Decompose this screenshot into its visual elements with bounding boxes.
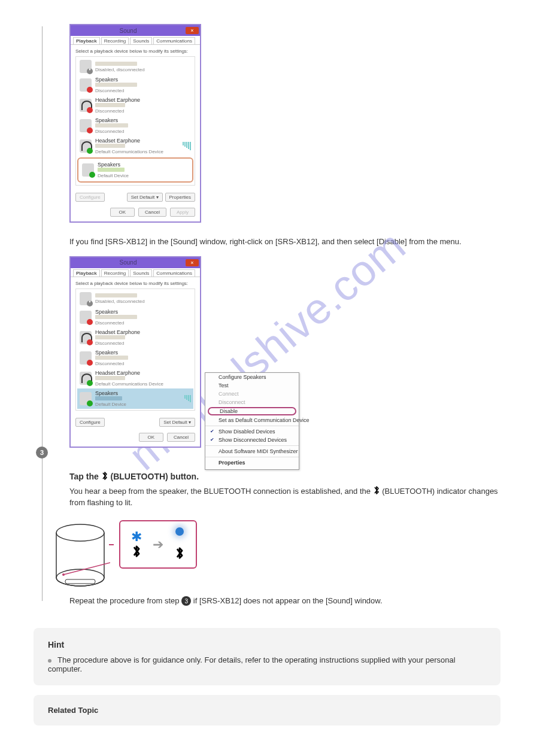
tab-communications[interactable]: Communications — [153, 269, 195, 277]
ctx-set-default-comm[interactable]: Set as Default Communication Device — [205, 416, 299, 424]
dialog-titlebar: Sound × — [71, 25, 200, 36]
step-guide-line — [42, 26, 43, 601]
device-list: Disabled, disconnected SpeakersDisconnec… — [75, 289, 195, 411]
ctx-disconnect: Disconnect — [205, 398, 299, 406]
apply-button[interactable]: Apply — [170, 208, 195, 217]
speaker-icon — [80, 311, 92, 324]
related-topic-box: Related Topic — [34, 695, 500, 725]
configure-button[interactable]: Configure — [75, 193, 105, 202]
sound-dialog-1: Sound × Playback Recording Sounds Commun… — [69, 24, 201, 223]
bluetooth-icon — [373, 487, 383, 496]
tab-playback[interactable]: Playback — [73, 269, 100, 277]
headphone-icon — [80, 372, 92, 385]
speaker-line-drawing — [50, 521, 110, 593]
svg-rect-2 — [65, 579, 95, 584]
device-row[interactable]: Headset EarphoneDisconnected — [77, 95, 193, 116]
step-number-3: 3 — [36, 447, 48, 459]
instruction-text: If you find [SRS-XB12] in the [Sound] wi… — [69, 236, 500, 248]
ctx-show-disabled[interactable]: Show Disabled Devices — [205, 427, 299, 436]
headphone-icon — [80, 99, 92, 112]
bluetooth-icon — [174, 546, 185, 560]
speaker-icon — [80, 78, 92, 92]
headphone-icon — [80, 331, 92, 344]
svg-line-4 — [63, 563, 110, 575]
speaker-icon — [80, 60, 92, 73]
dialog-title: Sound — [71, 259, 186, 266]
led-solid-icon — [175, 527, 184, 536]
arrow-right-icon: ➔ — [153, 537, 163, 552]
ctx-configure-speakers[interactable]: Configure Speakers — [205, 373, 299, 381]
dialog-tabs: Playback Recording Sounds Communications — [71, 36, 200, 45]
dialog-title: Sound — [71, 28, 186, 34]
tab-communications[interactable]: Communications — [153, 37, 195, 44]
dialog-instruction: Select a playback device below to modify… — [75, 281, 195, 286]
set-default-button[interactable]: Set Default ▾ — [127, 193, 163, 202]
device-row[interactable]: SpeakersDisconnected — [77, 348, 193, 368]
device-row[interactable]: Headset EarphoneDisconnected — [77, 327, 193, 348]
device-row[interactable]: Disabled, disconnected — [77, 58, 193, 75]
led-flashing-icon: ✱ — [131, 529, 142, 544]
device-row-selected[interactable]: SpeakersDefault Device — [77, 388, 193, 409]
ok-button[interactable]: OK — [139, 433, 164, 442]
dialog-titlebar: Sound × — [71, 257, 200, 268]
speaker-icon — [80, 292, 92, 305]
device-row[interactable]: Headset EarphoneDefault Communications D… — [77, 136, 193, 156]
speaker-icon — [82, 163, 94, 177]
dialog-instruction: Select a playback device below to modify… — [75, 48, 195, 54]
device-row[interactable]: SpeakersDisconnected — [77, 75, 193, 95]
device-row[interactable]: Disabled, disconnected — [77, 290, 193, 307]
speaker-illustration: ✱ ➔ — [50, 521, 500, 593]
step3-heading: Tap the (BLUETOOTH) button. — [69, 470, 500, 483]
speaker-icon — [80, 392, 92, 405]
properties-button[interactable]: Properties — [165, 193, 195, 202]
cancel-button[interactable]: Cancel — [138, 208, 166, 217]
selected-device-highlight: SpeakersDefault Device — [77, 157, 193, 183]
bluetooth-icon — [131, 545, 142, 558]
ctx-about-midi[interactable]: About Software MIDI Synthesizer — [205, 447, 299, 456]
ref-step-number: 3 — [181, 596, 191, 606]
ctx-properties[interactable]: Properties — [205, 459, 299, 467]
tab-recording[interactable]: Recording — [101, 269, 129, 277]
cancel-button[interactable]: Cancel — [167, 433, 195, 442]
tab-sounds[interactable]: Sounds — [130, 37, 152, 44]
headphone-icon — [80, 139, 92, 153]
context-menu: Configure Speakers Test Connect Disconne… — [205, 372, 299, 470]
device-row[interactable]: Headset EarphoneDefault Communications D… — [77, 368, 193, 388]
speaker-icon — [80, 119, 92, 132]
step3-retry-text: Repeat the procedure from step 3 if [SRS… — [69, 595, 500, 607]
tab-playback[interactable]: Playback — [73, 37, 100, 44]
ctx-connect: Connect — [205, 390, 299, 398]
step3-body: You hear a beep from the speaker, the BL… — [69, 485, 500, 509]
set-default-button[interactable]: Set Default ▾ — [159, 418, 195, 427]
level-bars — [183, 142, 191, 150]
close-icon[interactable]: × — [186, 27, 199, 34]
speaker-icon — [80, 351, 92, 365]
device-row[interactable]: SpeakersDefault Device — [80, 160, 191, 180]
sound-dialog-2: Sound × Playback Recording Sounds Commun… — [69, 256, 201, 448]
close-icon[interactable]: × — [186, 259, 199, 266]
related-topic-title: Related Topic — [48, 706, 98, 715]
device-row[interactable]: SpeakersDisconnected — [77, 116, 193, 136]
configure-button[interactable]: Configure — [75, 418, 105, 427]
tab-recording[interactable]: Recording — [101, 37, 129, 44]
ctx-test[interactable]: Test — [205, 381, 299, 390]
ctx-show-disconnected[interactable]: Show Disconnected Devices — [205, 436, 299, 444]
svg-point-0 — [56, 524, 104, 541]
hint-title: Hint — [48, 640, 486, 649]
hint-bullet: The procedure above is for guidance only… — [48, 655, 486, 673]
hint-box: Hint The procedure above is for guidance… — [34, 628, 500, 685]
device-row[interactable]: SpeakersDisconnected — [77, 307, 193, 327]
ok-button[interactable]: OK — [110, 208, 135, 217]
indicator-callout: ✱ ➔ — [119, 520, 197, 569]
tab-sounds[interactable]: Sounds — [130, 269, 152, 277]
device-list: Disabled, disconnected SpeakersDisconnec… — [75, 56, 195, 186]
dialog-tabs: Playback Recording Sounds Communications — [71, 268, 200, 277]
ctx-disable-highlight: Disable — [208, 407, 296, 415]
ctx-disable[interactable]: Disable — [220, 408, 238, 414]
bluetooth-icon — [101, 472, 111, 481]
level-bars — [184, 395, 191, 402]
